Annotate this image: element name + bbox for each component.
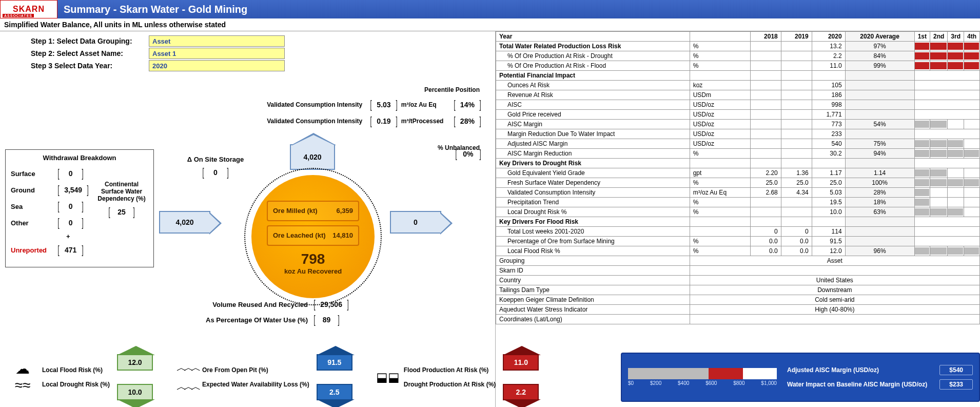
col-2019: 2019 — [781, 32, 812, 42]
table-row: Ounces At Riskkoz 105 — [496, 81, 980, 90]
table-row: Local Drought Risk %% 10.0 63% — [496, 207, 980, 217]
koz-label: koz Au Recovered — [284, 267, 342, 275]
recycled-section: Volume Reused And Recycled29,506 As Perc… — [185, 296, 349, 328]
table-row: Potential Financial Impact — [496, 71, 980, 81]
table-row: Local Flood Risk %% 0.00.012.0 96% — [496, 246, 980, 256]
open-pit-label: Ore From Open Pit (%) — [202, 366, 309, 374]
sea-value: 0 — [57, 200, 84, 213]
vci1-value: 5.03 — [369, 98, 398, 111]
waves-icon: ≈≈ — [7, 377, 38, 394]
table-row: Margin Reduction Due To Water ImpactUSD/… — [496, 129, 980, 139]
sea-label: Sea — [11, 203, 57, 210]
aisc-label-1: Adjusted AISC Margin (USD/oz) — [787, 366, 879, 374]
asset-select[interactable]: Asset 1 — [149, 48, 285, 59]
step2-label: Step 2: Select Asset Name: — [31, 49, 149, 57]
grouping-select[interactable]: Asset — [149, 35, 285, 47]
table-row: AISC MarginUSD/oz 773 54% — [496, 120, 980, 129]
flood-prod-label: Flood Production At Risk (%) — [404, 366, 496, 374]
vci2-percentile: 28% — [453, 114, 482, 128]
aisc-value-1: $540 — [939, 365, 973, 375]
outflow-arrow: 0 — [390, 211, 441, 234]
table-row: AISC Margin Reduction% 30.2 94% — [496, 149, 980, 159]
table-row: Percentage of Ore from Surface Mining% 0… — [496, 237, 980, 246]
col-q4: 4th — [964, 32, 980, 42]
table-row: Koeppen Geiger Climate DefinitionCold se… — [496, 295, 980, 305]
plus-icon: + — [66, 232, 148, 240]
ore-leached-box: Ore Leached (kt)14,810 — [267, 225, 359, 246]
step1-label: Step 1: Select Data Grouping: — [31, 37, 149, 45]
table-header-row: Year 2018 2019 2020 2020 Average 1st 2nd… — [496, 32, 980, 42]
table-row: Fresh Surface Water Dependency% 25.025.0… — [496, 178, 980, 188]
drought-prod-arrow: 2.2 — [503, 384, 539, 400]
dependency-value: 25 — [108, 205, 135, 219]
table-row: Gold Equivalent Yield Gradegpt 2.201.361… — [496, 168, 980, 178]
vci1-label: Validated Consumption Intensity — [259, 101, 366, 108]
koz-value: 798 — [301, 251, 325, 267]
up-arrow: 4,020 — [290, 144, 335, 170]
ore-milled-box: Ore Milled (kt)6,359 — [267, 201, 359, 221]
bottom-strip: ☁ ≈≈ Local Flood Risk (%) Local Drought … — [0, 350, 980, 404]
dependency-label: Continental Surface Water Dependency (%) — [96, 181, 147, 202]
ground-label: Ground — [11, 186, 57, 194]
unreported-label: Unreported — [11, 246, 57, 254]
aisc-margin-panel: $0$200$400$600$800$1,000 Adjusted AISC M… — [621, 353, 980, 402]
reused-label: Volume Reused And Recycled — [185, 301, 313, 308]
table-row: % Of Ore Production At Risk - Drought% 2… — [496, 51, 980, 61]
flood-prod-arrow: 11.0 — [503, 354, 539, 371]
table-row: AISCUSD/oz 998 — [496, 100, 980, 110]
other-value: 0 — [57, 216, 84, 229]
gold-bars-icon: ⬓⬓ — [376, 370, 400, 384]
title-bar: SKARN ASSOCIATES Summary - Skarn Water -… — [0, 0, 980, 18]
table-row: Aqueduct Water Stress IndicatorHigh (40-… — [496, 305, 980, 315]
withdrawal-breakdown-box: Withdrawal Breakdown Surface0 Ground3,54… — [5, 149, 154, 267]
table-row: Key Drivers to Drought Risk — [496, 159, 980, 168]
col-q3: 3rd — [948, 32, 964, 42]
surface-value: 0 — [57, 167, 84, 180]
risk-table: Year 2018 2019 2020 2020 Average 1st 2nd… — [496, 31, 980, 324]
local-drought-label: Local Drought Risk (%) — [42, 381, 110, 388]
logo-text: SKARN — [13, 5, 45, 14]
col-2020: 2020 — [812, 32, 845, 42]
cloud-icon: ☁ — [7, 360, 38, 377]
col-avg: 2020 Average — [845, 32, 914, 42]
table-row: CountryUnited States — [496, 276, 980, 285]
aisc-ticks: $0$200$400$600$800$1,000 — [628, 380, 777, 386]
table-row: Precipitation Trend% 19.5 18% — [496, 198, 980, 207]
col-q2: 2nd — [930, 32, 947, 42]
table-row: Tailings Dam TypeDownstream — [496, 285, 980, 295]
table-row: Gold Price receivedUSD/oz 1,771 — [496, 110, 980, 120]
aisc-bar-row — [628, 368, 777, 379]
logo-subtext: ASSOCIATES — [3, 14, 34, 17]
inflow-arrow: 4,020 — [159, 211, 210, 234]
aisc-bar-adjusted-margin — [628, 368, 709, 379]
vci2-unit: m³/tProcessed — [401, 118, 450, 125]
vci1-unit: m³/oz Au Eq — [401, 101, 450, 108]
table-row: Key Drivers For Flood Risk — [496, 217, 980, 227]
drought-prod-label: Drought Production At Risk (%) — [404, 381, 496, 388]
process-circle: Ore Milled (kt)6,359 Ore Leached (kt)14,… — [251, 175, 375, 298]
table-row: Adjusted AISC MarginUSD/oz 540 75% — [496, 139, 980, 149]
aisc-label-2: Water Impact on Baseline AISC Margin (US… — [787, 381, 927, 388]
local-flood-label: Local Flood Risk (%) — [42, 366, 110, 374]
col-q1: 1st — [914, 32, 930, 42]
aisc-bar-water-impact — [709, 368, 743, 379]
onsite-storage-label: Δ On Site Storage — [182, 156, 249, 164]
year-select[interactable]: 2020 — [149, 60, 285, 71]
flow-diagram: Δ On Site Storage 0 4,020 4,020 0 Ore Mi… — [159, 154, 487, 319]
step3-label: Step 3 Select Data Year: — [31, 62, 149, 70]
page-subtitle: Simplified Water Balance, All units in M… — [0, 18, 980, 31]
skarn-logo: SKARN ASSOCIATES — [0, 0, 57, 18]
surface-label: Surface — [11, 170, 57, 178]
flood-risk-arrow: 12.0 — [117, 354, 153, 371]
vci2-label: Validated Consumption Intensity — [259, 118, 366, 125]
withdrawal-title: Withdrawal Breakdown — [11, 154, 148, 162]
vci2-value: 0.19 — [369, 114, 398, 128]
reused-value: 29,506 — [313, 298, 349, 311]
table-row: Total Lost weeks 2001-2020 00114 — [496, 227, 980, 237]
aisc-bar-chart: $0$200$400$600$800$1,000 — [628, 368, 787, 386]
percentile-header: Percentile Position — [424, 86, 480, 93]
filter-steps: Step 1: Select Data Grouping: Asset Step… — [31, 35, 490, 71]
ground-value: 3,549 — [57, 183, 89, 197]
other-label: Other — [11, 219, 57, 227]
mountain-icon-2: ︿︿︿ — [177, 380, 198, 394]
